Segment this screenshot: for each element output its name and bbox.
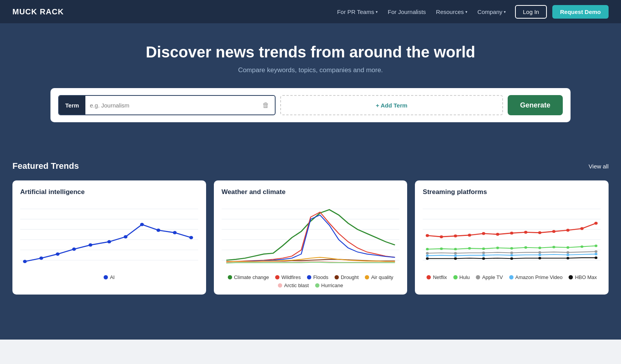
svg-point-68	[595, 253, 597, 255]
svg-point-34	[496, 233, 499, 236]
legend-item-netflix: Netflix	[427, 274, 447, 280]
svg-point-47	[496, 247, 499, 249]
legend-item-floods: Floods	[307, 274, 328, 280]
legend-label-apple-tv: Apple TV	[482, 274, 503, 280]
legend-item-ai: AI	[104, 274, 114, 280]
legend-item-hurricane: Hurricane	[315, 283, 343, 288]
svg-point-69	[426, 257, 429, 260]
svg-point-16	[189, 236, 193, 239]
svg-point-6	[23, 260, 27, 263]
svg-point-56	[454, 252, 457, 254]
svg-point-30	[440, 235, 443, 238]
svg-point-31	[454, 234, 457, 237]
legend-dot-ai	[104, 275, 108, 279]
hero-subtitle: Compare keywords, topics, companies and …	[12, 66, 609, 74]
add-term-button[interactable]: + Add Term	[280, 95, 503, 115]
request-demo-button[interactable]: Request Demo	[552, 5, 609, 19]
legend-label-netflix: Netflix	[433, 274, 447, 280]
chevron-down-icon: ▾	[504, 10, 506, 14]
term-input[interactable]	[85, 96, 257, 114]
card-streaming: Streaming platforms	[415, 180, 609, 295]
svg-point-7	[39, 257, 43, 260]
delete-term-icon[interactable]: 🗑	[257, 101, 275, 109]
svg-point-62	[426, 255, 429, 257]
svg-point-71	[482, 257, 485, 260]
legend-dot-hulu	[453, 275, 458, 279]
svg-point-15	[173, 231, 177, 234]
legend-dot-amazon	[509, 275, 513, 279]
svg-point-73	[538, 257, 541, 259]
nav-journalists[interactable]: For Journalists	[384, 5, 430, 18]
svg-point-74	[567, 257, 569, 259]
cards-grid: Artificial intelligence	[12, 180, 609, 295]
legend-label-wildfires: Wildfires	[281, 274, 301, 280]
card-weather: Weather and climate	[214, 180, 408, 295]
chevron-down-icon: ▾	[465, 10, 467, 14]
legend-dot-hurricane	[315, 283, 319, 288]
svg-point-59	[538, 251, 541, 253]
legend-label-floods: Floods	[313, 274, 328, 280]
svg-point-67	[567, 254, 569, 256]
term-label: Term	[59, 96, 85, 114]
svg-point-61	[595, 250, 597, 253]
svg-point-38	[552, 230, 555, 233]
svg-point-70	[454, 257, 457, 260]
legend-dot-apple-tv	[476, 275, 480, 279]
svg-point-48	[510, 247, 513, 250]
legend-item-climate-change: Climate change	[228, 274, 269, 280]
svg-point-36	[524, 231, 527, 234]
generate-button[interactable]: Generate	[508, 95, 563, 115]
legend-label-hurricane: Hurricane	[321, 283, 343, 288]
legend-dot-floods	[307, 275, 311, 279]
legend-dot-netflix	[427, 275, 431, 279]
featured-trends-title: Featured Trends	[12, 161, 79, 171]
term-box: Term 🗑	[58, 95, 276, 115]
chart-streaming	[423, 201, 601, 270]
view-all-link[interactable]: View all	[589, 163, 609, 170]
nav-links: For PR Teams ▾ For Journalists Resources…	[333, 5, 609, 19]
svg-point-54	[595, 244, 597, 247]
svg-point-44	[454, 248, 457, 250]
legend-label-hbo: HBO Max	[575, 274, 597, 280]
hero-section: Discover news trends from around the wor…	[0, 23, 621, 146]
legend-label-hulu: Hulu	[460, 274, 470, 280]
svg-point-13	[140, 223, 144, 226]
svg-point-57	[482, 251, 485, 254]
svg-point-8	[56, 252, 60, 255]
legend-label-amazon: Amazon Prime Video	[515, 274, 563, 280]
svg-point-35	[510, 232, 513, 234]
svg-point-72	[510, 257, 513, 260]
legend-item-arctic-blast: Arctic blast	[278, 283, 309, 288]
svg-point-46	[482, 248, 485, 250]
login-button[interactable]: Log In	[515, 5, 547, 19]
svg-point-65	[510, 254, 513, 257]
legend-dot-wildfires	[275, 275, 279, 279]
nav-resources[interactable]: Resources ▾	[432, 5, 471, 18]
svg-point-33	[482, 232, 485, 235]
legend-ai: AI	[20, 274, 198, 280]
legend-streaming: Netflix Hulu Apple TV Amazon Prime Video…	[423, 274, 601, 280]
svg-point-52	[567, 246, 569, 249]
legend-label-climate: Climate change	[234, 274, 269, 280]
svg-point-58	[510, 251, 513, 254]
legend-dot-air-quality	[365, 275, 369, 279]
search-bar: Term 🗑 + Add Term Generate	[50, 88, 571, 122]
svg-point-45	[468, 247, 471, 250]
svg-point-42	[426, 248, 429, 250]
navbar: MUCK RACK For PR Teams ▾ For Journalists…	[0, 0, 621, 23]
svg-point-53	[581, 245, 583, 248]
legend-label-ai: AI	[110, 274, 114, 280]
legend-dot-arctic-blast	[278, 283, 282, 288]
legend-dot-climate	[228, 275, 232, 279]
card-ai-title: Artificial intelligence	[20, 188, 198, 196]
legend-item-wildfires: Wildfires	[275, 274, 301, 280]
nav-company[interactable]: Company ▾	[474, 5, 510, 18]
legend-weather: Climate change Wildfires Floods Drought …	[222, 274, 400, 288]
legend-label-arctic-blast: Arctic blast	[284, 283, 309, 288]
svg-point-63	[454, 255, 457, 257]
legend-dot-drought	[335, 275, 339, 279]
svg-point-12	[124, 235, 128, 238]
svg-point-66	[538, 254, 541, 256]
svg-point-11	[108, 240, 111, 243]
nav-pr-teams[interactable]: For PR Teams ▾	[333, 5, 382, 18]
